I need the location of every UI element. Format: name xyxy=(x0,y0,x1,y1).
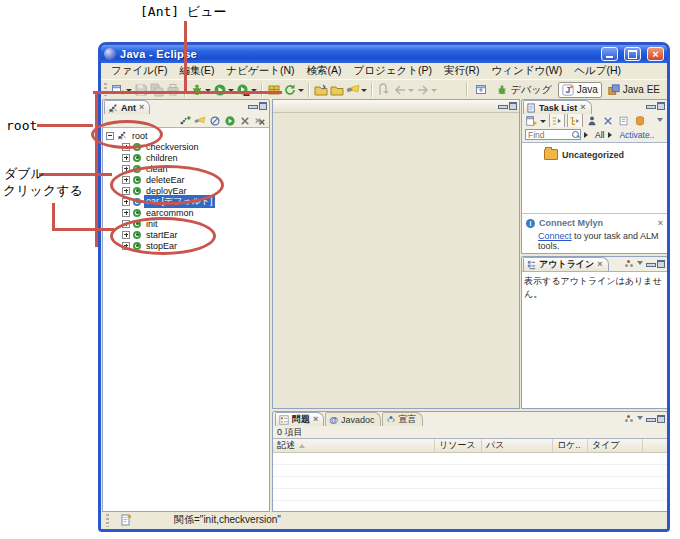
column-description[interactable]: 記述 xyxy=(273,439,435,452)
tree-item-target[interactable]: earcommon xyxy=(106,207,269,218)
collapse-toggle-icon[interactable] xyxy=(106,132,114,140)
activate-arrow-icon[interactable] xyxy=(608,132,615,138)
column-path[interactable]: パス xyxy=(482,439,553,452)
menu-help[interactable]: ヘルプ(H) xyxy=(568,63,627,79)
new-wizard-dropdown-icon[interactable] xyxy=(126,89,132,95)
back-dropdown-icon[interactable] xyxy=(408,89,414,95)
tab-task-list[interactable]: Task List xyxy=(523,100,592,114)
tree-item-target[interactable]: checkversion xyxy=(106,141,269,152)
minimize-view-icon[interactable] xyxy=(646,102,654,110)
maximize-view-icon[interactable] xyxy=(259,102,267,110)
perspective-debug[interactable]: デバッグ xyxy=(492,81,556,99)
activate-link[interactable]: Activate.. xyxy=(619,130,654,140)
maximize-view-icon[interactable] xyxy=(657,260,665,268)
fast-view-icon[interactable] xyxy=(118,512,134,529)
view-menu-icon[interactable] xyxy=(637,416,643,423)
search-dropdown-icon[interactable] xyxy=(361,89,367,95)
menu-search[interactable]: 検索(A) xyxy=(300,63,347,79)
perspective-java-ee[interactable]: Java EE xyxy=(604,82,664,98)
expand-toggle-icon[interactable] xyxy=(122,220,130,228)
expand-toggle-icon[interactable] xyxy=(122,231,130,239)
tab-close-icon[interactable] xyxy=(580,103,585,112)
tree-item-target[interactable]: stopEar xyxy=(106,240,269,251)
new-java-project-icon[interactable] xyxy=(266,81,282,98)
minimize-view-icon[interactable] xyxy=(646,260,654,268)
minimize-view-icon[interactable] xyxy=(646,415,654,423)
menu-project[interactable]: プロジェクト(P) xyxy=(347,63,437,79)
expand-toggle-icon[interactable] xyxy=(122,143,130,151)
filter-dots-icon[interactable] xyxy=(625,419,628,422)
save-all-icon[interactable] xyxy=(149,81,165,98)
minimize-button[interactable] xyxy=(601,47,618,61)
new-task-dropdown-icon[interactable] xyxy=(540,120,546,126)
forward-icon[interactable] xyxy=(415,81,431,98)
column-type[interactable]: タイプ xyxy=(588,439,643,452)
minimize-view-icon[interactable] xyxy=(498,102,506,110)
all-filter-arrow-icon[interactable] xyxy=(584,132,591,138)
title-bar[interactable]: Java - Eclipse xyxy=(101,45,667,63)
expand-toggle-icon[interactable] xyxy=(122,209,130,217)
view-menu-icon[interactable] xyxy=(657,118,663,125)
tab-outline[interactable]: アウトライン xyxy=(523,257,609,271)
back-icon[interactable] xyxy=(392,81,408,98)
last-edit-location-icon[interactable] xyxy=(376,81,392,98)
maximize-view-icon[interactable] xyxy=(657,415,665,423)
tab-declaration[interactable]: 宣言 xyxy=(382,412,423,426)
maximize-view-icon[interactable] xyxy=(657,102,665,110)
tab-javadoc[interactable]: @ Javadoc xyxy=(325,412,380,426)
search-icon[interactable] xyxy=(345,81,361,98)
column-location[interactable]: ロケ.. xyxy=(553,439,588,452)
perspective-java[interactable]: J Java xyxy=(558,82,602,98)
tree-item-target[interactable]: clean xyxy=(106,163,269,174)
expand-toggle-icon[interactable] xyxy=(122,198,130,206)
new-class-dropdown-icon[interactable] xyxy=(298,89,304,95)
expand-toggle-icon[interactable] xyxy=(122,154,130,162)
tab-ant[interactable]: Ant xyxy=(104,100,150,114)
tree-item-target[interactable]: children xyxy=(106,152,269,163)
expand-toggle-icon[interactable] xyxy=(122,242,130,250)
connect-link[interactable]: Connect xyxy=(538,231,572,241)
tree-item-root[interactable]: root xyxy=(106,130,269,141)
category-row[interactable]: Uncategorized xyxy=(522,143,667,160)
debug-icon[interactable] xyxy=(189,81,205,98)
filter-dots-icon[interactable] xyxy=(625,264,628,267)
new-wizard-icon[interactable] xyxy=(110,81,126,98)
expand-toggle-icon[interactable] xyxy=(122,165,130,173)
tree-item-target-selected[interactable]: ear [デフォルト] xyxy=(106,196,269,207)
save-icon[interactable] xyxy=(133,81,149,98)
run-icon[interactable] xyxy=(212,81,228,98)
print-icon[interactable] xyxy=(165,81,181,98)
maximize-button[interactable] xyxy=(624,47,641,61)
tree-item-target[interactable]: deleteEar xyxy=(106,174,269,185)
run-dropdown-icon[interactable] xyxy=(228,89,234,95)
tab-problems[interactable]: 問題 xyxy=(275,412,324,426)
menu-file[interactable]: ファイル(F) xyxy=(105,63,173,79)
expand-toggle-icon[interactable] xyxy=(122,176,130,184)
menu-edit[interactable]: 編集(E) xyxy=(173,63,220,79)
filter-all-label[interactable]: All xyxy=(595,130,604,140)
external-tools-dropdown-icon[interactable] xyxy=(251,89,257,95)
expand-toggle-icon[interactable] xyxy=(122,187,130,195)
open-type-icon[interactable] xyxy=(313,81,329,98)
tree-item-target[interactable]: init xyxy=(106,218,269,229)
menu-window[interactable]: ウィンドウ(W) xyxy=(486,63,569,79)
maximize-view-icon[interactable] xyxy=(509,102,517,110)
open-perspective-icon[interactable] xyxy=(474,81,490,98)
debug-dropdown-icon[interactable] xyxy=(205,89,211,95)
external-tools-icon[interactable] xyxy=(235,81,251,98)
folder-icon[interactable] xyxy=(329,81,345,98)
minimize-view-icon[interactable] xyxy=(248,102,256,110)
mylyn-close-icon[interactable] xyxy=(658,218,663,228)
view-menu-icon[interactable] xyxy=(637,261,643,268)
menu-navigate[interactable]: ナビゲート(N) xyxy=(220,63,300,79)
toolbar-drag-handle[interactable] xyxy=(104,83,107,96)
close-button[interactable] xyxy=(647,47,664,61)
menu-run[interactable]: 実行(R) xyxy=(438,63,486,79)
tab-close-icon[interactable] xyxy=(597,260,602,269)
forward-dropdown-icon[interactable] xyxy=(431,89,437,95)
tab-close-icon[interactable] xyxy=(313,415,318,424)
new-class-icon[interactable] xyxy=(282,81,298,98)
tree-item-target[interactable]: startEar xyxy=(106,229,269,240)
column-resource[interactable]: リソース xyxy=(435,439,482,452)
tab-close-icon[interactable] xyxy=(139,103,144,112)
